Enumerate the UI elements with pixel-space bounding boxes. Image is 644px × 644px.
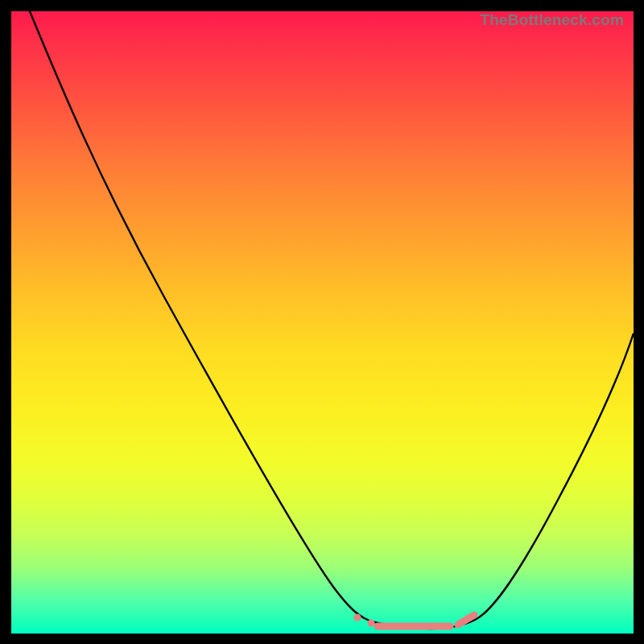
- plot-area: TheBottleneck.com: [11, 11, 634, 634]
- curve-path: [30, 11, 634, 629]
- svg-point-0: [354, 614, 361, 621]
- svg-point-1: [368, 620, 375, 627]
- flat-marker-group: [354, 614, 475, 627]
- chart-svg: [11, 11, 634, 634]
- watermark-text: TheBottleneck.com: [480, 11, 624, 29]
